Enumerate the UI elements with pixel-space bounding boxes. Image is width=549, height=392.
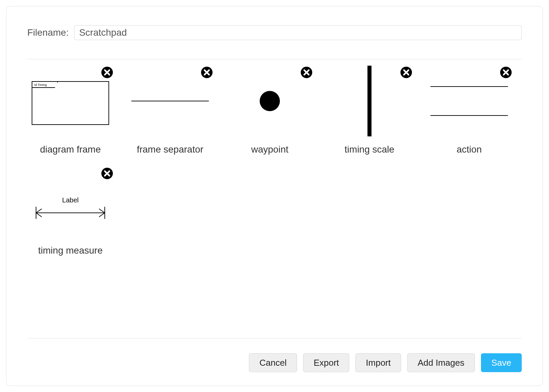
remove-shape-button[interactable] — [101, 66, 114, 79]
shape-caption: timing scale — [345, 144, 394, 155]
footer-row: Cancel Export Import Add Images Save — [27, 338, 522, 372]
shape-caption: action — [457, 144, 482, 155]
shape-card-waypoint[interactable]: waypoint — [227, 67, 313, 155]
shape-preview — [131, 67, 209, 135]
scratchpad-panel: Filename: td Timing Diagram diagram fram… — [6, 6, 543, 386]
add-images-button[interactable]: Add Images — [407, 353, 475, 372]
save-button[interactable]: Save — [481, 353, 522, 372]
export-button[interactable]: Export — [303, 353, 349, 372]
remove-shape-button[interactable] — [400, 66, 413, 79]
remove-shape-button[interactable] — [300, 66, 313, 79]
cancel-button[interactable]: Cancel — [249, 353, 297, 372]
diagram-frame-icon: td Timing Diagram — [32, 81, 109, 125]
shape-card-diagram-frame[interactable]: td Timing Diagram diagram frame — [27, 67, 114, 155]
action-icon — [430, 86, 508, 116]
close-icon — [300, 66, 313, 79]
shape-caption: waypoint — [251, 144, 289, 155]
shape-preview — [330, 67, 409, 135]
close-icon — [101, 167, 114, 180]
timing-measure-icon: Label — [35, 196, 106, 220]
filename-row: Filename: — [27, 25, 522, 40]
shapes-area: td Timing Diagram diagram frame frame se… — [27, 59, 522, 338]
shape-preview: Label — [31, 168, 109, 236]
shape-preview — [430, 67, 508, 135]
close-icon — [101, 66, 114, 79]
remove-shape-button[interactable] — [200, 66, 213, 79]
shape-preview — [231, 67, 309, 135]
shape-caption: timing measure — [38, 245, 102, 256]
shape-caption: frame separator — [137, 144, 203, 155]
shape-preview: td Timing Diagram — [31, 67, 109, 135]
filename-label: Filename: — [27, 27, 69, 38]
shape-card-action[interactable]: action — [426, 67, 512, 155]
filename-input[interactable] — [74, 25, 522, 40]
waypoint-icon — [260, 91, 280, 111]
remove-shape-button[interactable] — [101, 167, 114, 180]
import-button[interactable]: Import — [355, 353, 401, 372]
close-icon — [499, 66, 512, 79]
close-icon — [200, 66, 213, 79]
diagram-frame-tab: td Timing Diagram — [32, 82, 58, 88]
remove-shape-button[interactable] — [499, 66, 512, 79]
shape-caption: diagram frame — [40, 144, 101, 155]
shape-card-frame-separator[interactable]: frame separator — [127, 67, 213, 155]
shape-card-timing-measure[interactable]: Label timing measure — [27, 168, 114, 256]
frame-separator-icon — [131, 101, 209, 101]
close-icon — [400, 66, 413, 79]
shape-card-timing-scale[interactable]: timing scale — [326, 67, 413, 155]
timing-measure-label: Label — [62, 196, 79, 204]
timing-scale-icon — [367, 66, 372, 136]
